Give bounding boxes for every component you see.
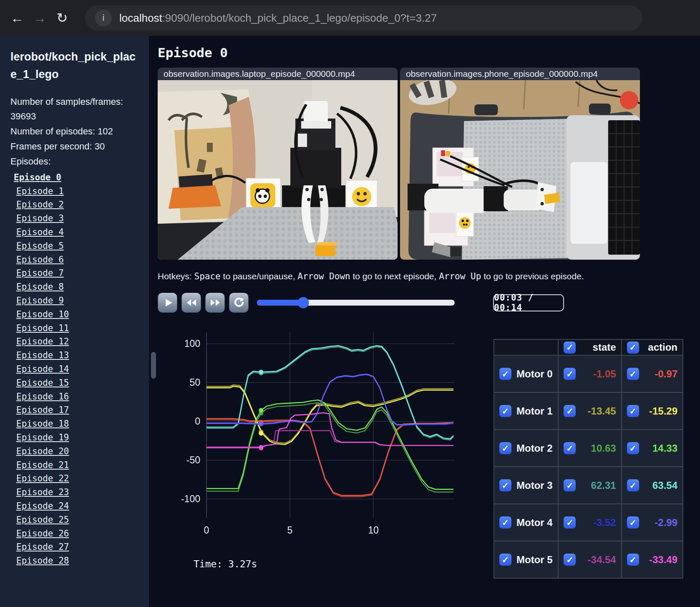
url-path: :9090/lerobot/koch_pick_place_1_lego/epi… [162, 12, 437, 24]
hotkeys-help: Hotkeys: Space to pause/unpause, Arrow D… [158, 271, 700, 281]
episode-link[interactable]: Episode 3 [16, 212, 64, 225]
episode-link[interactable]: Episode 25 [16, 513, 69, 527]
phone-video[interactable] [400, 80, 640, 260]
episode-link[interactable]: Episode 0 [14, 171, 61, 185]
episode-link[interactable]: Episode 18 [16, 417, 69, 431]
video-title-phone: observation.images.phone_episode_000000.… [400, 68, 640, 80]
table-cell: ✓-2.99 [622, 504, 683, 541]
checkbox[interactable]: ✓ [564, 479, 576, 491]
site-info-icon[interactable]: i [95, 10, 112, 26]
chart-time-label: Time: 3.27s [194, 559, 462, 569]
episode-link[interactable]: Episode 28 [16, 554, 69, 568]
page-title: Episode 0 [158, 45, 700, 60]
forward-icon[interactable]: → [28, 10, 51, 26]
scrollbar-handle[interactable] [151, 352, 156, 379]
checkbox[interactable]: ✓ [564, 341, 576, 354]
checkbox[interactable]: ✓ [499, 479, 511, 491]
episode-link[interactable]: Episode 2 [16, 198, 64, 212]
checkbox[interactable]: ✓ [564, 405, 576, 417]
reload-icon[interactable]: ↻ [51, 10, 73, 26]
hotkeys-text: to go to previous episode. [481, 271, 584, 281]
table-cell: ✓-1.05 [558, 355, 621, 392]
checkbox[interactable]: ✓ [499, 405, 511, 417]
motor-row: ✓Motor 5✓-34.54✓-33.49 [494, 541, 683, 578]
episode-link[interactable]: Episode 15 [16, 376, 69, 390]
state-value: -3.52 [576, 517, 616, 529]
back-icon[interactable]: ← [6, 10, 28, 26]
checkbox[interactable]: ✓ [499, 554, 511, 566]
table-cell: ✓62.31 [558, 467, 621, 504]
episode-link[interactable]: Episode 19 [16, 431, 69, 445]
svg-text:0: 0 [204, 525, 209, 536]
episode-link[interactable]: Episode 7 [16, 266, 64, 280]
episode-link[interactable]: Episode 27 [16, 540, 69, 554]
table-cell [494, 339, 558, 355]
episode-link[interactable]: Episode 4 [16, 225, 64, 239]
table-cell: ✓63.54 [622, 467, 683, 504]
state-value: 10.63 [576, 443, 616, 454]
video-panel-laptop[interactable]: observation.images.laptop_episode_000000… [158, 68, 398, 260]
checkbox[interactable]: ✓ [627, 554, 639, 566]
loop-button[interactable] [229, 293, 249, 313]
seek-slider[interactable] [257, 300, 455, 306]
episode-link[interactable]: Episode 1 [16, 185, 64, 198]
checkbox[interactable]: ✓ [627, 341, 639, 354]
episode-link[interactable]: Episode 10 [16, 308, 69, 321]
episode-link[interactable]: Episode 20 [16, 445, 69, 458]
videos-row: observation.images.laptop_episode_000000… [158, 68, 700, 260]
address-bar[interactable]: i localhost:9090/lerobot/koch_pick_place… [85, 5, 642, 30]
hotkeys-text: to go to next episode, [350, 271, 439, 281]
checkbox[interactable]: ✓ [627, 479, 639, 491]
url-text[interactable]: localhost:9090/lerobot/koch_pick_place_1… [119, 12, 437, 25]
episode-link[interactable]: Episode 16 [16, 390, 69, 404]
motor-label: Motor 5 [516, 554, 553, 566]
motor-row: ✓Motor 4✓-3.52✓-2.99 [494, 504, 683, 541]
checkbox[interactable]: ✓ [499, 368, 511, 380]
checkbox[interactable]: ✓ [564, 368, 576, 380]
episode-link[interactable]: Episode 14 [16, 362, 69, 376]
checkbox[interactable]: ✓ [627, 368, 639, 380]
time-display: 00:03 / 00:14 [493, 294, 564, 311]
episode-link[interactable]: Episode 23 [16, 486, 69, 499]
slider-thumb[interactable] [298, 297, 309, 309]
checkbox[interactable]: ✓ [499, 442, 511, 454]
action-value: -15.29 [639, 405, 677, 417]
episode-link[interactable]: Episode 13 [16, 349, 69, 362]
checkbox[interactable]: ✓ [499, 516, 511, 529]
laptop-video[interactable] [158, 80, 398, 260]
episode-link[interactable]: Episode 21 [16, 458, 69, 472]
episode-link[interactable]: Episode 9 [16, 294, 64, 308]
checkbox[interactable]: ✓ [564, 554, 576, 566]
play-button[interactable] [158, 293, 177, 313]
episodes-label: Episodes: [10, 154, 138, 169]
table-cell: ✓-0.97 [622, 355, 683, 392]
video-panel-phone[interactable]: observation.images.phone_episode_000000.… [400, 68, 640, 260]
checkbox[interactable]: ✓ [627, 405, 639, 417]
episode-link[interactable]: Episode 24 [16, 499, 69, 513]
episode-link[interactable]: Episode 11 [16, 321, 69, 335]
episode-link[interactable]: Episode 26 [16, 527, 69, 541]
checkbox[interactable]: ✓ [627, 442, 639, 454]
table-cell: ✓10.63 [558, 430, 621, 467]
episodes-count: Number of episodes: 102 [10, 124, 138, 139]
checkbox[interactable]: ✓ [564, 442, 576, 454]
episode-link[interactable]: Episode 6 [16, 253, 64, 267]
episode-link[interactable]: Episode 12 [16, 335, 69, 349]
dataset-title: lerobot/koch_pick_place_1_lego [10, 48, 138, 83]
bottom-row: 100500-50-1000510 Time: 3.27s ✓state✓act… [158, 315, 700, 579]
episode-link[interactable]: Episode 5 [16, 239, 64, 253]
episode-link[interactable]: Episode 22 [16, 472, 69, 486]
episode-link[interactable]: Episode 17 [16, 403, 69, 417]
url-host: localhost [119, 12, 162, 24]
episode-link[interactable]: Episode 8 [16, 280, 64, 294]
motor-chart[interactable]: 100500-50-1000510 [158, 315, 462, 553]
table-cell: ✓action [622, 339, 683, 355]
checkbox[interactable]: ✓ [564, 516, 576, 529]
fast-forward-button[interactable] [205, 293, 225, 313]
rewind-button[interactable] [181, 293, 201, 313]
action-value: 14.33 [639, 443, 677, 454]
checkbox[interactable]: ✓ [627, 516, 639, 529]
svg-text:-50: -50 [186, 455, 200, 465]
hotkeys-text: Arrow Down [297, 271, 350, 281]
table-cell: ✓Motor 0 [494, 355, 558, 392]
